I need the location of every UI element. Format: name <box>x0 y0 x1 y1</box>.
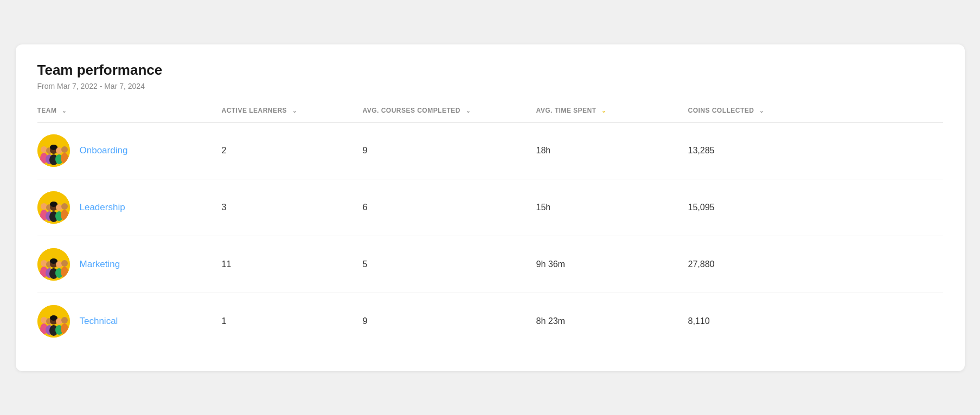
col-avg-courses-label: AVG. COURSES COMPLETED <box>363 107 460 114</box>
performance-card: Team performance From Mar 7, 2022 - Mar … <box>16 44 965 371</box>
svg-point-33 <box>56 261 62 268</box>
team-avatar-1 <box>37 191 70 224</box>
avg-courses-1: 6 <box>363 179 536 236</box>
avg-time-0: 18h <box>536 122 688 179</box>
performance-table: TEAM ⌄ ACTIVE LEARNERS ⌄ AVG. COURSES CO… <box>37 107 943 349</box>
coins-2: 27,880 <box>688 236 943 293</box>
active-learners-3: 1 <box>222 293 363 349</box>
svg-point-23 <box>61 203 68 210</box>
col-active-learners[interactable]: ACTIVE LEARNERS ⌄ <box>222 107 363 122</box>
table-row: Leadership 3 6 15h 15,095 <box>37 179 943 236</box>
date-range: From Mar 7, 2022 - Mar 7, 2024 <box>37 82 943 90</box>
svg-point-21 <box>56 204 62 211</box>
avg-time-3: 8h 23m <box>536 293 688 349</box>
table-header-row: TEAM ⌄ ACTIVE LEARNERS ⌄ AVG. COURSES CO… <box>37 107 943 122</box>
col-avg-courses-sort-icon[interactable]: ⌄ <box>466 108 470 114</box>
svg-point-14 <box>41 203 47 210</box>
col-avg-time[interactable]: AVG. TIME SPENT ⌄ <box>536 107 688 122</box>
col-coins-sort-icon[interactable]: ⌄ <box>759 108 764 114</box>
avg-courses-0: 9 <box>363 122 536 179</box>
svg-point-34 <box>61 267 68 277</box>
team-cell-1: Leadership <box>37 179 222 236</box>
col-active-learners-label: ACTIVE LEARNERS <box>222 107 287 114</box>
col-team[interactable]: TEAM ⌄ <box>37 107 222 122</box>
svg-point-10 <box>61 153 68 164</box>
col-avg-courses[interactable]: AVG. COURSES COMPLETED ⌄ <box>363 107 536 122</box>
svg-point-46 <box>61 323 68 334</box>
team-cell-3: Technical <box>37 293 222 349</box>
team-name-1[interactable]: Leadership <box>80 202 125 213</box>
active-learners-0: 2 <box>222 122 363 179</box>
svg-point-45 <box>56 318 62 325</box>
svg-point-26 <box>41 260 47 267</box>
team-avatar-2 <box>37 248 70 281</box>
avg-time-2: 9h 36m <box>536 236 688 293</box>
col-team-sort-icon[interactable]: ⌄ <box>62 108 66 114</box>
coins-3: 8,110 <box>688 293 943 349</box>
svg-point-35 <box>61 260 68 267</box>
coins-1: 15,095 <box>688 179 943 236</box>
svg-point-47 <box>61 317 68 323</box>
team-name-3[interactable]: Technical <box>80 316 118 327</box>
team-name-0[interactable]: Onboarding <box>80 145 128 156</box>
active-learners-1: 3 <box>222 179 363 236</box>
page-title: Team performance <box>37 62 943 79</box>
team-cell-0: Onboarding <box>37 122 222 179</box>
svg-point-38 <box>41 317 47 323</box>
svg-point-9 <box>56 147 62 154</box>
coins-0: 13,285 <box>688 122 943 179</box>
table-row: Onboarding 2 9 18h 13,285 <box>37 122 943 179</box>
table-row: Marketing 11 5 9h 36m 27,880 <box>37 236 943 293</box>
active-learners-2: 11 <box>222 236 363 293</box>
team-avatar-0 <box>37 134 70 167</box>
svg-point-22 <box>61 210 68 221</box>
col-team-label: TEAM <box>37 107 57 114</box>
team-avatar-3 <box>37 305 70 338</box>
team-cell-2: Marketing <box>37 236 222 293</box>
col-avg-time-sort-icon[interactable]: ⌄ <box>601 108 606 114</box>
avg-time-1: 15h <box>536 179 688 236</box>
avg-courses-2: 5 <box>363 236 536 293</box>
col-coins[interactable]: COINS COLLECTED ⌄ <box>688 107 943 122</box>
svg-point-11 <box>61 146 68 153</box>
col-coins-label: COINS COLLECTED <box>688 107 754 114</box>
svg-point-2 <box>41 146 47 153</box>
team-name-2[interactable]: Marketing <box>80 259 120 270</box>
col-active-learners-sort-icon[interactable]: ⌄ <box>292 108 297 114</box>
col-avg-time-label: AVG. TIME SPENT <box>536 107 597 114</box>
table-row: Technical 1 9 8h 23m 8,110 <box>37 293 943 349</box>
avg-courses-3: 9 <box>363 293 536 349</box>
